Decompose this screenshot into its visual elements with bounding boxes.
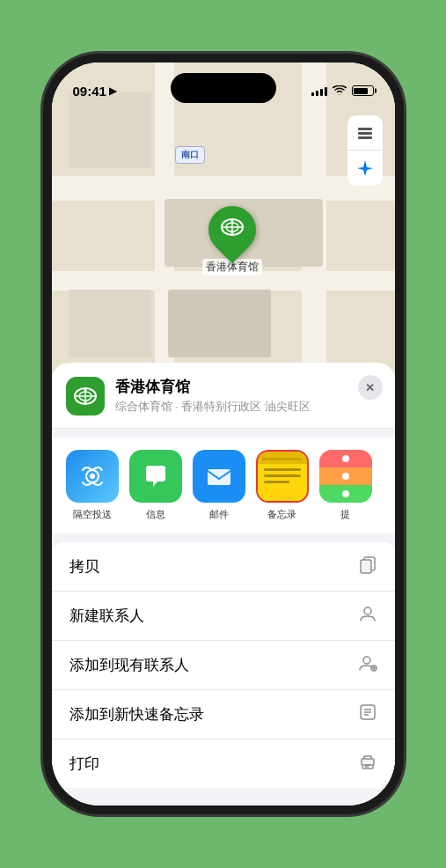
svg-rect-6 <box>358 128 372 130</box>
location-button[interactable] <box>347 151 383 186</box>
map-block-4 <box>168 290 271 357</box>
action-copy[interactable]: 拷贝 <box>52 542 395 592</box>
status-time: 09:41 ▶ <box>73 84 116 99</box>
share-item-airdrop[interactable]: 隔空投送 <box>66 450 119 521</box>
quick-note-label: 添加到新快速备忘录 <box>69 704 204 725</box>
battery-fill <box>354 88 368 94</box>
signal-bar-2 <box>316 91 318 96</box>
copy-icon <box>358 555 377 578</box>
place-subtitle: 综合体育馆 · 香港特别行政区 油尖旺区 <box>115 399 381 415</box>
more-icon-wrap <box>319 450 372 503</box>
notes-icon-wrap <box>256 450 309 503</box>
map-label-nankou: 南口 <box>175 146 205 164</box>
quick-note-icon <box>358 702 377 726</box>
svg-rect-30 <box>362 759 374 765</box>
signal-bar-4 <box>325 87 327 96</box>
svg-point-21 <box>363 657 370 664</box>
signal-bar-3 <box>320 89 323 96</box>
map-controls <box>347 115 383 186</box>
signal-bars <box>311 85 327 96</box>
clock: 09:41 <box>73 84 106 99</box>
svg-rect-17 <box>208 469 230 485</box>
action-list: 拷贝 新建联系人 添加到现有联系人 <box>52 542 395 788</box>
add-existing-label: 添加到现有联系人 <box>69 655 189 675</box>
dynamic-island <box>171 73 276 103</box>
share-sheet: 香港体育馆 综合体育馆 · 香港特别行政区 油尖旺区 ✕ <box>52 363 395 805</box>
status-icons <box>311 85 374 96</box>
mail-icon-wrap <box>193 450 245 503</box>
svg-point-16 <box>90 474 95 479</box>
svg-point-20 <box>364 607 371 614</box>
add-existing-icon <box>358 653 377 677</box>
close-button[interactable]: ✕ <box>358 375 383 400</box>
place-info: 香港体育馆 综合体育馆 · 香港特别行政区 油尖旺区 <box>115 377 381 415</box>
place-name: 香港体育馆 <box>115 377 381 397</box>
phone-frame: 09:41 ▶ <box>52 63 395 805</box>
notes-label: 备忘录 <box>267 508 296 521</box>
print-label: 打印 <box>69 754 99 774</box>
more-label: 提 <box>340 508 350 521</box>
action-print[interactable]: 打印 <box>52 739 395 788</box>
action-quick-note[interactable]: 添加到新快速备忘录 <box>52 690 395 739</box>
share-item-more[interactable]: 提 <box>319 450 372 521</box>
action-new-contact[interactable]: 新建联系人 <box>52 592 395 641</box>
mail-label: 邮件 <box>209 508 229 521</box>
place-header: 香港体育馆 综合体育馆 · 香港特别行政区 油尖旺区 ✕ <box>52 363 395 429</box>
share-item-mail[interactable]: 邮件 <box>193 450 245 521</box>
svg-point-14 <box>84 401 86 404</box>
share-item-messages[interactable]: 信息 <box>129 450 182 521</box>
airdrop-label: 隔空投送 <box>73 508 112 521</box>
copy-label: 拷贝 <box>69 556 99 577</box>
messages-label: 信息 <box>146 508 165 521</box>
svg-rect-8 <box>358 136 372 139</box>
location-arrow-icon: ▶ <box>109 85 116 97</box>
svg-rect-19 <box>361 560 371 573</box>
map-block-3 <box>69 290 151 357</box>
action-add-existing[interactable]: 添加到现有联系人 <box>52 641 395 690</box>
stadium-pin-icon <box>220 215 245 245</box>
map-layers-button[interactable] <box>347 115 383 151</box>
share-row: 隔空投送 信息 邮件 <box>52 438 395 533</box>
svg-rect-7 <box>358 132 372 135</box>
map-road-horizontal-1 <box>52 176 395 201</box>
stadium-marker: 香港体育馆 <box>202 206 262 276</box>
place-icon <box>66 377 105 416</box>
airdrop-icon-wrap <box>66 450 119 503</box>
wifi-icon <box>333 85 347 96</box>
print-icon <box>358 752 377 776</box>
signal-bar-1 <box>311 92 314 96</box>
share-item-notes[interactable]: 备忘录 <box>256 450 309 521</box>
battery-icon <box>352 85 374 96</box>
new-contact-icon <box>358 604 377 628</box>
stadium-pin <box>199 196 266 263</box>
new-contact-label: 新建联系人 <box>69 606 144 626</box>
messages-icon-wrap <box>129 450 182 503</box>
svg-point-13 <box>84 389 86 392</box>
